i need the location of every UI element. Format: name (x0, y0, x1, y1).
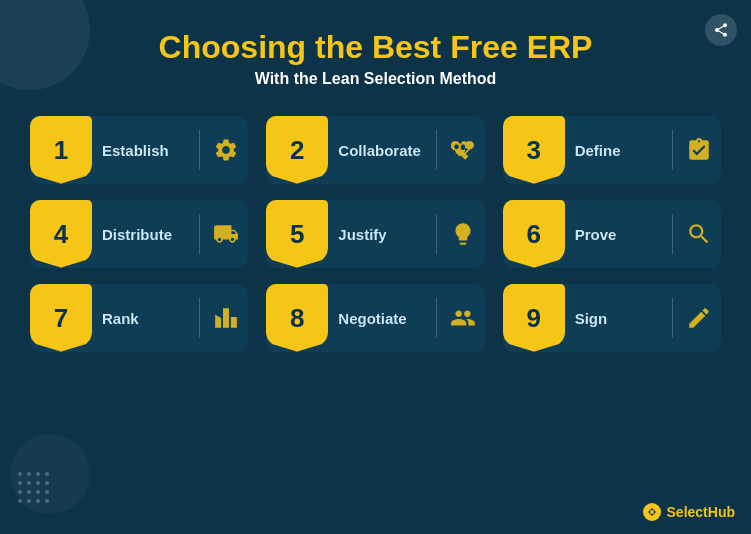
card-label-negotiate: Negotiate (328, 310, 431, 327)
card-divider-6 (672, 214, 673, 254)
card-divider-2 (436, 130, 437, 170)
card-number-4: 4 (54, 221, 68, 247)
page-title: Choosing the Best Free ERP (0, 28, 751, 66)
card-label-sign: Sign (565, 310, 668, 327)
card-number-9: 9 (526, 305, 540, 331)
card-number-2: 2 (290, 137, 304, 163)
dot (18, 472, 22, 476)
card-justify: 5 Justify (266, 200, 484, 268)
share-icon (713, 22, 729, 38)
card-number-1: 1 (54, 137, 68, 163)
card-icon-podium (204, 284, 248, 352)
card-label-rank: Rank (92, 310, 195, 327)
card-badge-8: 8 (266, 284, 328, 352)
card-label-justify: Justify (328, 226, 431, 243)
card-badge-5: 5 (266, 200, 328, 268)
card-icon-handshake (441, 116, 485, 184)
dot (18, 490, 22, 494)
dot (36, 481, 40, 485)
card-distribute: 4 Distribute (30, 200, 248, 268)
dot (27, 499, 31, 503)
dot (45, 490, 49, 494)
logo-icon (642, 502, 662, 522)
dot (27, 481, 31, 485)
page-header: Choosing the Best Free ERP With the Lean… (0, 0, 751, 98)
card-icon-pen-doc (677, 284, 721, 352)
card-label-collaborate: Collaborate (328, 142, 431, 159)
dots-decoration (18, 472, 50, 504)
card-number-8: 8 (290, 305, 304, 331)
page-subtitle: With the Lean Selection Method (0, 70, 751, 88)
logo-text: SelectHub (667, 504, 735, 520)
card-divider-9 (672, 298, 673, 338)
dot (36, 490, 40, 494)
card-sign: 9 Sign (503, 284, 721, 352)
card-badge-3: 3 (503, 116, 565, 184)
logo-select: Select (667, 504, 708, 520)
svg-point-1 (650, 510, 654, 514)
card-label-establish: Establish (92, 142, 195, 159)
card-icon-gear (204, 116, 248, 184)
card-label-prove: Prove (565, 226, 668, 243)
dot (36, 472, 40, 476)
dot (45, 481, 49, 485)
card-divider-4 (199, 214, 200, 254)
card-divider-1 (199, 130, 200, 170)
dot (36, 499, 40, 503)
card-rank: 7 Rank (30, 284, 248, 352)
card-divider-5 (436, 214, 437, 254)
dot (27, 472, 31, 476)
card-icon-truck (204, 200, 248, 268)
card-divider-3 (672, 130, 673, 170)
card-label-define: Define (565, 142, 668, 159)
card-badge-1: 1 (30, 116, 92, 184)
card-badge-6: 6 (503, 200, 565, 268)
dot (45, 472, 49, 476)
card-negotiate: 8 Negotiate (266, 284, 484, 352)
dot (18, 481, 22, 485)
selecthub-logo: SelectHub (642, 502, 735, 522)
card-number-5: 5 (290, 221, 304, 247)
card-prove: 6 Prove (503, 200, 721, 268)
card-badge-7: 7 (30, 284, 92, 352)
card-number-7: 7 (54, 305, 68, 331)
cards-grid: 1 Establish 2 Collaborate 3 Define (0, 98, 751, 362)
card-badge-2: 2 (266, 116, 328, 184)
card-icon-search-doc (677, 200, 721, 268)
card-number-3: 3 (526, 137, 540, 163)
card-label-distribute: Distribute (92, 226, 195, 243)
dot (18, 499, 22, 503)
dot (45, 499, 49, 503)
card-icon-deal (441, 284, 485, 352)
dot (27, 490, 31, 494)
card-define: 3 Define (503, 116, 721, 184)
card-badge-4: 4 (30, 200, 92, 268)
card-collaborate: 2 Collaborate (266, 116, 484, 184)
card-divider-8 (436, 298, 437, 338)
logo-hub: Hub (708, 504, 735, 520)
share-button[interactable] (705, 14, 737, 46)
card-icon-clipboard-check (677, 116, 721, 184)
card-number-6: 6 (526, 221, 540, 247)
card-badge-9: 9 (503, 284, 565, 352)
card-icon-lightbulb (441, 200, 485, 268)
card-establish: 1 Establish (30, 116, 248, 184)
card-divider-7 (199, 298, 200, 338)
